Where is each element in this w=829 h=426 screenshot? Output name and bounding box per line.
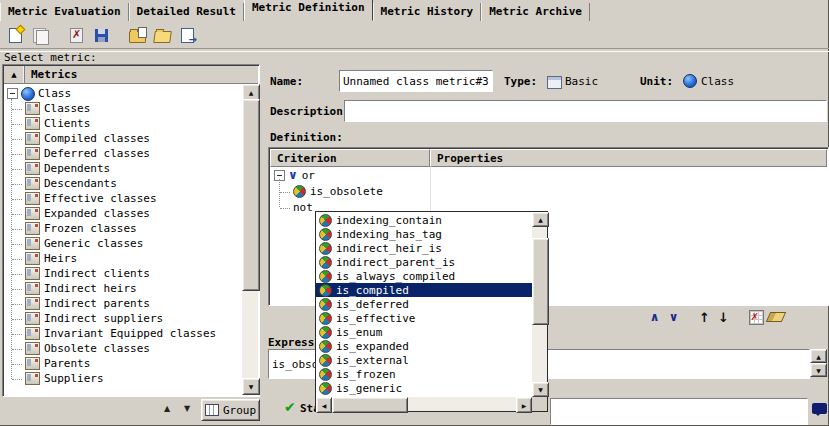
select-metric-label: Select metric: [4, 51, 97, 64]
scrollbar-corner [532, 397, 547, 411]
export-metrics-button[interactable]: → [175, 23, 200, 47]
or-criterion-button[interactable]: ∨ [664, 308, 683, 327]
metric-tree-item[interactable]: Obsolete classes [4, 341, 242, 356]
criterion-option[interactable]: indirect_parent_is [316, 255, 532, 269]
metric-tree-item[interactable]: Frozen classes [4, 221, 242, 236]
metric-tree-item[interactable]: Indirect clients [4, 266, 242, 281]
remove-criterion-button[interactable] [747, 308, 766, 327]
metric-tree-item[interactable]: Suppliers [4, 371, 242, 386]
scroll-down-icon[interactable]: ▼ [810, 363, 827, 377]
move-up-icon: ↑ [699, 310, 710, 325]
tab[interactable]: Metric Evaluation [0, 3, 129, 21]
delete-metric-button[interactable]: ✗ [64, 23, 89, 47]
name-input[interactable] [340, 71, 492, 91]
metric-tree-item[interactable]: Indirect parents [4, 296, 242, 311]
dropdown-scrollbar-thumb[interactable] [532, 238, 549, 325]
metric-tree-item[interactable]: Heirs [4, 251, 242, 266]
tab-label: Metric History [381, 5, 474, 18]
metric-tree: Class Classes Clients Compiled classes [4, 84, 242, 395]
tree-item-class-root[interactable]: Class [4, 86, 242, 101]
criterion-option[interactable]: indexing_has_tag [316, 227, 532, 241]
tree-branch [280, 200, 290, 209]
criterion-option[interactable]: is_external [316, 353, 532, 367]
save-metric-icon [95, 29, 108, 42]
metric-tree-item[interactable]: Classes [4, 101, 242, 116]
move-metric-up-button[interactable]: ▲ [158, 401, 176, 416]
dropdown-hscrollbar[interactable]: ◀ ▶ [316, 397, 532, 411]
new-metric-button[interactable] [3, 23, 28, 47]
save-metric-button[interactable] [89, 23, 114, 47]
criterion-option-label: is_frozen [336, 368, 396, 381]
clear-definition-button[interactable] [766, 308, 785, 327]
metric-tree-item[interactable]: Clients [4, 116, 242, 131]
metric-tree-item[interactable]: Invariant Equipped classes [4, 326, 242, 341]
comment-button[interactable] [810, 401, 828, 420]
tree-branch [12, 191, 22, 200]
criterion-option[interactable]: is_frozen [316, 367, 532, 381]
metric-tree-item[interactable]: Compiled classes [4, 131, 242, 146]
dropdown-hscrollbar-thumb[interactable] [332, 397, 408, 413]
sort-ascending-icon[interactable]: ▲ [4, 66, 25, 83]
expression-scrollbar[interactable]: ▲ ▼ [810, 349, 825, 377]
duplicate-metric-button[interactable] [28, 23, 53, 47]
properties-column-header[interactable]: Properties [430, 149, 827, 167]
metric-tree-item[interactable]: Deferred classes [4, 146, 242, 161]
dropdown-vscrollbar[interactable]: ▲ ▼ [532, 212, 547, 397]
scroll-left-icon[interactable]: ◀ [316, 397, 332, 413]
tree-scrollbar-thumb[interactable] [242, 99, 260, 291]
class-unit-icon [683, 74, 697, 88]
criterion-option[interactable]: indexing_contain [316, 213, 532, 227]
criterion-option[interactable]: indirect_heir_is [316, 241, 532, 255]
move-metric-down-button[interactable]: ▼ [178, 401, 196, 416]
comment-input[interactable] [551, 399, 807, 424]
scroll-up-icon[interactable]: ▲ [810, 349, 827, 363]
metric-icon [25, 342, 40, 355]
metric-icon [25, 147, 40, 160]
metric-tree-item[interactable]: Indirect suppliers [4, 311, 242, 326]
metric-tree-item[interactable]: Descendants [4, 176, 242, 191]
scroll-down-icon[interactable]: ▼ [532, 382, 549, 397]
criterion-row-or[interactable]: ∨ or [270, 167, 827, 183]
metric-tree-item[interactable]: Expanded classes [4, 206, 242, 221]
metric-tree-item-label: Deferred classes [44, 147, 150, 160]
metric-tree-item[interactable]: Dependents [4, 161, 242, 176]
tab[interactable]: Metric Archive [481, 3, 590, 21]
criterion-icon [319, 298, 332, 311]
unit-label: Unit: [640, 75, 673, 88]
description-input[interactable] [345, 101, 826, 121]
tree-scrollbar[interactable]: ▲ ▼ [242, 84, 258, 395]
metric-tree-item[interactable]: Generic classes [4, 236, 242, 251]
criterion-option[interactable]: is_expanded [316, 339, 532, 353]
tab[interactable]: Metric Definition [244, 0, 373, 21]
criterion-option-label: is_external [336, 354, 409, 367]
collapse-icon[interactable] [7, 88, 18, 99]
metric-tree-item-label: Generic classes [44, 237, 143, 250]
import-metrics-button[interactable] [125, 23, 150, 47]
criterion-option[interactable]: is_effective [316, 311, 532, 325]
metric-tree-item[interactable]: Parents [4, 356, 242, 371]
scroll-down-icon[interactable]: ▼ [242, 378, 260, 395]
and-criterion-button[interactable]: ∧ [645, 308, 664, 327]
criterion-option[interactable]: is_enum [316, 325, 532, 339]
criterion-column-header[interactable]: Criterion [270, 149, 430, 167]
tree-branch [12, 116, 22, 125]
metric-tree-item-label: Suppliers [44, 372, 104, 385]
clear-definition-icon [765, 312, 785, 322]
tab[interactable]: Metric History [373, 3, 482, 21]
move-criterion-up-button[interactable]: ↑ [695, 308, 714, 327]
move-criterion-down-button[interactable]: ↓ [714, 308, 733, 327]
criterion-row-is-obsolete[interactable]: is_obsolete [279, 183, 827, 199]
tab-label: Metric Evaluation [8, 5, 121, 18]
criterion-option[interactable]: is_deferred [316, 297, 532, 311]
scroll-up-icon[interactable]: ▲ [532, 212, 549, 227]
criterion-option[interactable]: is_always_compiled [316, 269, 532, 283]
criterion-option[interactable]: is_compiled [316, 283, 532, 297]
metric-tree-item[interactable]: Indirect heirs [4, 281, 242, 296]
metric-tree-item[interactable]: Effective classes [4, 191, 242, 206]
group-toggle-button[interactable]: Group [201, 399, 260, 421]
tab[interactable]: Detailed Result [129, 3, 244, 21]
open-metrics-button[interactable] [150, 23, 175, 47]
criterion-option[interactable]: is_generic [316, 381, 532, 395]
scroll-right-icon[interactable]: ▶ [516, 397, 532, 413]
tree-branch [12, 356, 22, 365]
